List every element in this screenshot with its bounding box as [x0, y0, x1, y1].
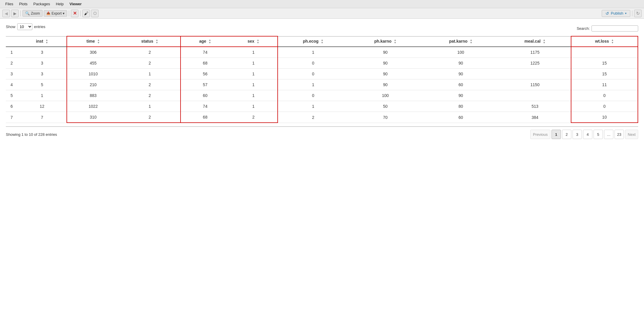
zoom-button[interactable]: 🔍 Zoom: [22, 10, 43, 17]
cell-meal-cal: [499, 69, 571, 79]
menu-files[interactable]: Files: [2, 1, 16, 7]
cell-inst: 5: [18, 79, 67, 90]
cell-meal-cal: 1225: [499, 58, 571, 69]
table-row: 61210221741150805130: [6, 101, 638, 112]
cell-status: 2: [119, 47, 181, 58]
th-meal-cal[interactable]: meal.cal ▲▼: [499, 36, 571, 47]
cell-meal-cal: 1150: [499, 79, 571, 90]
cell-status: 1: [119, 69, 181, 79]
cell-time: 310: [67, 112, 119, 123]
table-controls: Show 10 25 50 100 entries Search:: [6, 23, 638, 34]
export-arrow: ▾: [63, 11, 64, 15]
refresh-icon: ↻: [636, 11, 640, 16]
menu-help[interactable]: Help: [53, 1, 66, 7]
cell-pat-karno: 90: [422, 69, 499, 79]
cell-wt-loss: 15: [571, 58, 638, 69]
showing-text: Showing 1 to 10 of 228 entries: [6, 132, 57, 137]
menubar: Files Plots Packages Help Viewer: [0, 0, 644, 8]
th-row-num: [6, 36, 18, 47]
th-wt-loss-sort: ▲▼: [611, 39, 614, 44]
popout-button[interactable]: ⬡: [91, 10, 99, 17]
export-button[interactable]: 📤 Export ▾: [44, 10, 67, 17]
menu-plots[interactable]: Plots: [16, 1, 30, 7]
th-age[interactable]: age ▲▼: [181, 36, 229, 47]
zoom-icon: 🔍: [25, 11, 30, 15]
th-time[interactable]: time ▲▼: [67, 36, 119, 47]
cell-sex: 1: [230, 47, 278, 58]
brush-button[interactable]: 🖌: [82, 10, 90, 17]
cell-wt-loss: 10: [571, 112, 638, 123]
th-status[interactable]: status ▲▼: [119, 36, 181, 47]
cell-pat-karno: 60: [422, 112, 499, 123]
back-icon: ◀: [5, 11, 8, 16]
export-label: Export: [52, 11, 62, 15]
cell-ph-ecog: 0: [278, 58, 348, 69]
close-button[interactable]: ✕: [71, 10, 78, 17]
th-wt-loss-label: wt.loss: [595, 39, 609, 44]
page-1-button[interactable]: 1: [552, 130, 561, 139]
cell-time: 455: [67, 58, 119, 69]
cell-time: 1022: [67, 101, 119, 112]
cell-inst: 7: [18, 112, 67, 123]
th-ph-ecog[interactable]: ph.ecog ▲▼: [278, 36, 348, 47]
back-button[interactable]: ◀: [2, 10, 10, 17]
cell-sex: 1: [230, 69, 278, 79]
cell-inst: 3: [18, 58, 67, 69]
th-ph-karno-label: ph.karno: [374, 39, 391, 44]
th-age-label: age: [199, 39, 206, 44]
th-wt-loss[interactable]: wt.loss ▲▼: [571, 36, 638, 47]
entries-select[interactable]: 10 25 50 100: [17, 23, 32, 30]
table-footer: Showing 1 to 10 of 228 entries Previous …: [6, 126, 638, 139]
forward-button[interactable]: ▶: [11, 10, 19, 17]
cell-meal-cal: 513: [499, 101, 571, 112]
cell-wt-loss: 0: [571, 90, 638, 101]
cell-ph-karno: 90: [348, 69, 422, 79]
cell-time: 883: [67, 90, 119, 101]
publish-arrow: ▾: [625, 12, 626, 15]
th-inst[interactable]: inst ▲▼: [18, 36, 67, 47]
table-header-row: inst ▲▼ time ▲▼ status ▲▼ age ▲▼ sex ▲: [6, 36, 638, 47]
cell-row-num: 2: [6, 58, 18, 69]
cell-ph-karno: 50: [348, 101, 422, 112]
publish-button[interactable]: ↺ Publish ▾: [602, 10, 630, 17]
prev-button[interactable]: Previous: [530, 130, 550, 139]
cell-row-num: 6: [6, 101, 18, 112]
th-status-label: status: [141, 39, 153, 44]
cell-ph-ecog: 0: [278, 69, 348, 79]
th-pat-karno-label: pat.karno: [449, 39, 468, 44]
table-body: 1330627411901001175234552681090901225153…: [6, 47, 638, 123]
th-ph-karno-sort: ▲▼: [394, 39, 396, 44]
th-sex[interactable]: sex ▲▼: [230, 36, 278, 47]
show-label: Show: [6, 25, 15, 29]
search-input[interactable]: [592, 25, 638, 32]
th-sex-label: sex: [248, 39, 254, 44]
page-4-button[interactable]: 4: [583, 130, 592, 139]
pagination: Previous 1 2 3 4 5 … 23 Next: [530, 130, 638, 139]
th-pat-karno[interactable]: pat.karno ▲▼: [422, 36, 499, 47]
cell-inst: 1: [18, 90, 67, 101]
export-icon: 📤: [46, 11, 50, 15]
menu-packages[interactable]: Packages: [30, 1, 53, 7]
cell-age: 68: [181, 112, 229, 123]
cell-wt-loss: 11: [571, 79, 638, 90]
th-meal-cal-sort: ▲▼: [543, 39, 545, 44]
refresh-button[interactable]: ↻: [634, 10, 642, 17]
page-3-button[interactable]: 3: [573, 130, 582, 139]
page-23-button[interactable]: 23: [615, 130, 624, 139]
show-entries-control: Show 10 25 50 100 entries: [6, 23, 46, 30]
page-2-button[interactable]: 2: [562, 130, 571, 139]
main-content: Show 10 25 50 100 entries Search: inst ▲…: [0, 19, 644, 309]
cell-age: 74: [181, 101, 229, 112]
table-row: 7731026822706038410: [6, 112, 638, 123]
next-button[interactable]: Next: [625, 130, 638, 139]
th-time-label: time: [87, 39, 95, 44]
cell-ph-ecog: 1: [278, 79, 348, 90]
cell-meal-cal: 1175: [499, 47, 571, 58]
cell-ph-ecog: 0: [278, 90, 348, 101]
cell-age: 56: [181, 69, 229, 79]
menu-viewer[interactable]: Viewer: [66, 1, 85, 7]
zoom-label: Zoom: [31, 11, 40, 15]
table-row: 1330627411901001175: [6, 47, 638, 58]
page-5-button[interactable]: 5: [594, 130, 603, 139]
th-ph-karno[interactable]: ph.karno ▲▼: [348, 36, 422, 47]
